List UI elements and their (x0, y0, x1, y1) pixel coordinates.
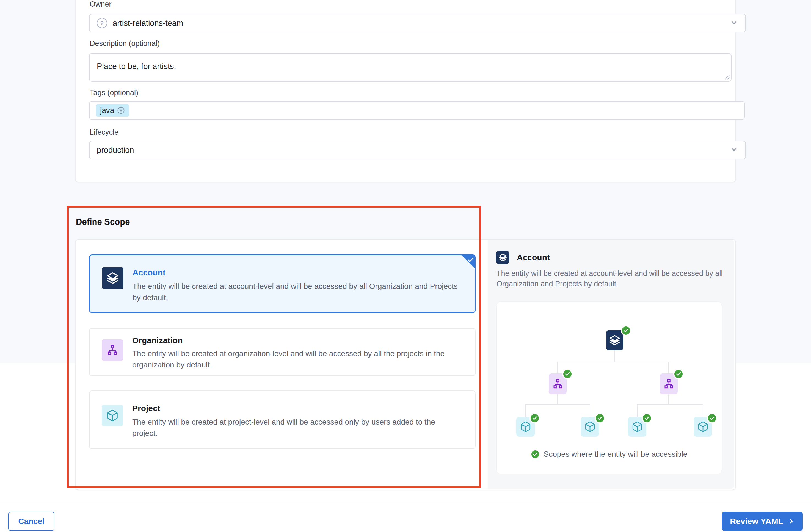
chevron-down-icon (730, 145, 738, 155)
account-option-icon (102, 267, 123, 289)
diagram-caption: Scopes where the entity will be accessib… (496, 450, 721, 459)
desc-line: by default. (133, 292, 468, 303)
lifecycle-select[interactable]: production (89, 141, 746, 159)
scope-diagram-card (496, 301, 722, 474)
cube-icon (106, 409, 119, 422)
check-circle-icon (531, 450, 540, 459)
check-circle-icon (621, 325, 631, 336)
scope-option-organization[interactable]: Organization The entity will be created … (89, 328, 476, 376)
cube-icon (631, 421, 643, 433)
organization-option-title: Organization (132, 336, 183, 345)
owner-value: artist-relations-team (113, 19, 183, 28)
desc-line: Organization and Projects by default. (496, 279, 722, 289)
tree-connector (637, 405, 703, 405)
organization-option-icon (102, 339, 123, 361)
org-chart-icon (552, 378, 564, 390)
org-chart-icon (663, 378, 675, 390)
footer-divider (0, 502, 811, 502)
check-circle-icon (562, 369, 573, 379)
lifecycle-label: Lifecycle (90, 128, 119, 137)
check-circle-icon (707, 413, 717, 423)
tree-connector (525, 405, 590, 405)
cancel-button[interactable]: Cancel (8, 512, 55, 531)
tree-connector (614, 350, 615, 362)
owner-label: Owner (90, 0, 112, 9)
check-circle-icon (595, 413, 605, 423)
organization-option-desc: The entity will be created at organizati… (132, 348, 468, 371)
preview-header-icon (496, 251, 509, 264)
project-option-icon (102, 405, 123, 426)
review-yaml-label: Review YAML (730, 517, 783, 526)
tree-node-account (606, 330, 623, 350)
desc-line: The entity will be created at account-le… (133, 281, 468, 292)
project-option-desc: The entity will be created at project-le… (132, 416, 468, 439)
tags-input[interactable]: java (89, 101, 745, 120)
tree-connector (557, 394, 558, 405)
description-value: Place to be, for artists. (90, 53, 183, 79)
tree-connector (637, 405, 638, 417)
tag-chip[interactable]: java (96, 105, 129, 116)
tree-connector (557, 362, 669, 362)
tree-connector (525, 405, 526, 417)
review-yaml-button[interactable]: Review YAML (722, 512, 803, 531)
tags-label: Tags (optional) (90, 89, 138, 97)
account-option-desc: The entity will be created at account-le… (133, 281, 468, 303)
description-label: Description (optional) (90, 39, 160, 48)
tree-connector (557, 362, 558, 374)
desc-line: The entity will be created at organizati… (132, 348, 468, 359)
tree-connector (668, 362, 669, 374)
project-option-title: Project (132, 404, 160, 413)
check-circle-icon (673, 369, 684, 379)
tree-connector (668, 394, 669, 405)
define-scope-title: Define Scope (76, 217, 130, 227)
help-circle-icon: ? (97, 18, 107, 28)
diagram-caption-text: Scopes where the entity will be accessib… (544, 450, 688, 459)
tag-chip-label: java (100, 106, 114, 115)
account-option-title: Account (133, 268, 166, 277)
check-circle-icon (642, 413, 652, 423)
desc-line: The entity will be created at project-le… (132, 416, 468, 427)
preview-title: Account (517, 253, 550, 262)
resize-handle-icon[interactable] (724, 74, 730, 80)
check-circle-icon (530, 413, 540, 423)
lifecycle-value: production (97, 146, 134, 155)
tree-connector (590, 405, 590, 417)
tree-connector (703, 405, 703, 417)
circle-x-icon[interactable] (117, 106, 125, 114)
chevron-right-icon (787, 518, 795, 525)
chevron-down-icon (730, 18, 738, 28)
layers-icon (106, 272, 119, 284)
preview-description: The entity will be created at account-le… (496, 268, 722, 289)
cube-icon (584, 421, 596, 433)
check-icon (467, 256, 474, 264)
cube-icon (520, 421, 532, 433)
layers-icon (609, 335, 620, 346)
description-textarea[interactable]: Place to be, for artists. (89, 53, 732, 82)
desc-line: project. (132, 427, 468, 439)
layers-icon (499, 253, 507, 262)
cube-icon (697, 421, 709, 433)
desc-line: organization by default. (132, 359, 468, 371)
scope-option-project[interactable]: Project The entity will be created at pr… (89, 390, 476, 449)
org-chart-icon (106, 344, 119, 356)
owner-select[interactable]: ? artist-relations-team (89, 14, 746, 32)
scope-option-account[interactable]: Account The entity will be created at ac… (89, 254, 476, 313)
desc-line: The entity will be created at account-le… (496, 268, 722, 279)
